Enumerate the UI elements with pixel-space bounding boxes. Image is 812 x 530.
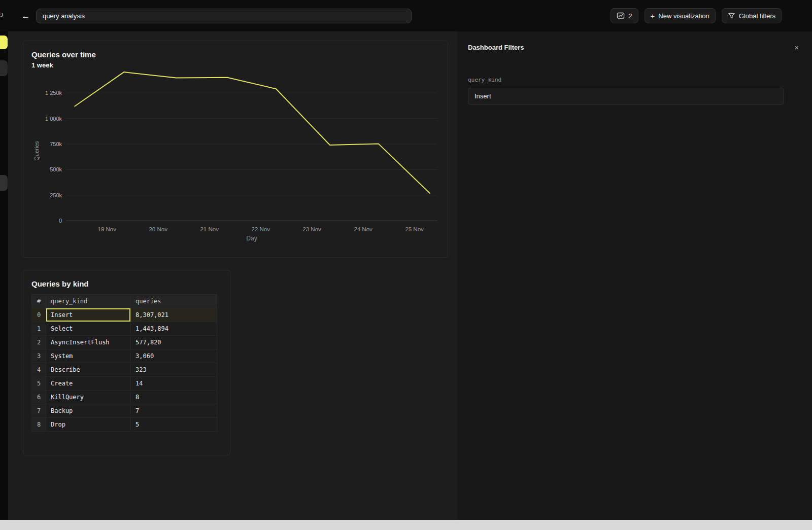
new-visualization-button[interactable]: + New visualization xyxy=(645,8,716,23)
query-kind-cell[interactable]: Create xyxy=(46,377,131,391)
queries-value-cell[interactable]: 8,307,021 xyxy=(131,308,217,322)
query-kind-cell[interactable]: Select xyxy=(46,322,131,336)
y-tick-label: 750k xyxy=(50,141,62,147)
query-kind-cell[interactable]: KillQuery xyxy=(46,391,131,404)
queries-value-cell[interactable]: 7 xyxy=(131,404,217,418)
refresh-icon[interactable]: ↻ xyxy=(0,10,4,20)
table-row: 1Select1,443,894 xyxy=(32,322,217,336)
query-kind-cell[interactable]: System xyxy=(46,349,131,363)
dashboard-canvas: Queries over time 1 week 0250k500k750k1 … xyxy=(8,31,457,520)
table-row: 7Backup7 xyxy=(32,404,217,418)
queries-value-cell[interactable]: 323 xyxy=(131,363,217,377)
row-index-cell: 2 xyxy=(32,336,46,349)
x-tick-label: 22 Nov xyxy=(251,226,270,232)
queries-value-cell[interactable]: 14 xyxy=(131,377,217,391)
row-index-cell: 8 xyxy=(32,418,46,432)
global-filters-label: Global filters xyxy=(739,12,775,20)
chart-title: Queries over time xyxy=(31,50,439,59)
dashboard-filters-panel: Dashboard Filters × query_kind xyxy=(457,31,812,520)
queries-by-kind-table: #query_kindqueries 0Insert8,307,0211Sele… xyxy=(31,294,217,432)
query-kind-filter-input[interactable] xyxy=(468,88,784,104)
x-tick-label: 20 Nov xyxy=(149,226,167,232)
left-nav-rail xyxy=(0,31,8,520)
visualization-count-button[interactable]: 2 xyxy=(611,8,638,23)
row-index-cell: 3 xyxy=(32,349,46,363)
row-index-cell: 7 xyxy=(32,404,46,418)
nav-item-active[interactable] xyxy=(0,36,8,49)
query-kind-cell[interactable]: Drop xyxy=(46,418,131,432)
table-row: 6KillQuery8 xyxy=(32,391,217,404)
y-tick-label: 0 xyxy=(59,218,62,224)
table-row: 0Insert8,307,021 xyxy=(32,308,217,322)
close-icon[interactable]: × xyxy=(794,44,799,51)
dashboard-title-input[interactable] xyxy=(36,9,412,23)
nav-item[interactable] xyxy=(0,175,8,191)
row-index-cell: 5 xyxy=(32,377,46,391)
queries-by-kind-card: Queries by kind #query_kindqueries 0Inse… xyxy=(23,270,230,455)
column-header-query-kind[interactable]: query_kind xyxy=(46,295,131,308)
plus-icon: + xyxy=(651,12,655,20)
panel-title: Dashboard Filters xyxy=(468,44,524,51)
y-tick-label: 1 000k xyxy=(45,116,62,122)
x-tick-label: 24 Nov xyxy=(354,226,373,232)
table-row: 8Drop5 xyxy=(32,418,217,432)
queries-value-cell[interactable]: 8 xyxy=(131,391,217,404)
table-title: Queries by kind xyxy=(31,279,222,288)
back-button[interactable]: ← xyxy=(19,11,32,21)
chart-subtitle: 1 week xyxy=(31,61,439,69)
filter-field: query_kind xyxy=(468,77,784,104)
new-visualization-label: New visualization xyxy=(658,12,709,20)
queries-value-cell[interactable]: 577,820 xyxy=(131,336,217,349)
x-axis-title: Day xyxy=(246,235,257,242)
query-kind-cell[interactable]: Backup xyxy=(46,404,131,418)
x-tick-label: 19 Nov xyxy=(98,226,117,232)
y-tick-label: 500k xyxy=(50,166,62,172)
topbar-actions: 2 + New visualization Global filters xyxy=(611,8,782,23)
queries-table-body: 0Insert8,307,0211Select1,443,8942AsyncIn… xyxy=(32,308,217,432)
queries-value-cell[interactable]: 1,443,894 xyxy=(131,322,217,336)
table-row: 3System3,060 xyxy=(32,349,217,363)
top-bar: ↻ ← 2 + New visualization Global filters xyxy=(0,0,812,31)
query-kind-cell[interactable]: Describe xyxy=(46,363,131,377)
queries-over-time-card: Queries over time 1 week 0250k500k750k1 … xyxy=(23,41,448,258)
table-row: 5Create14 xyxy=(32,377,217,391)
query-kind-cell[interactable]: Insert xyxy=(46,308,131,322)
filter-field-label: query_kind xyxy=(468,77,784,83)
column-header--[interactable]: # xyxy=(32,295,46,308)
chart-panel-icon xyxy=(617,12,625,20)
queries-over-time-chart: 0250k500k750k1 000k1 250k19 Nov20 Nov21 … xyxy=(31,71,441,250)
row-index-cell: 6 xyxy=(32,391,46,404)
x-tick-label: 21 Nov xyxy=(200,226,219,232)
row-index-cell: 1 xyxy=(32,322,46,336)
global-filters-button[interactable]: Global filters xyxy=(722,8,782,23)
visualization-count: 2 xyxy=(628,12,632,20)
queries-table-head-row: #query_kindqueries xyxy=(32,295,217,308)
window-bottom-edge xyxy=(0,520,812,530)
table-row: 4Describe323 xyxy=(32,363,217,377)
table-row: 2AsyncInsertFlush577,820 xyxy=(32,336,217,349)
query-kind-cell[interactable]: AsyncInsertFlush xyxy=(46,336,131,349)
y-tick-label: 250k xyxy=(50,192,62,198)
nav-item[interactable] xyxy=(0,60,8,76)
filters-panel-header: Dashboard Filters × xyxy=(457,31,812,51)
row-index-cell: 0 xyxy=(32,308,46,322)
y-tick-label: 1 250k xyxy=(45,90,62,96)
funnel-icon xyxy=(728,12,735,20)
x-tick-label: 23 Nov xyxy=(302,226,321,232)
row-index-cell: 4 xyxy=(32,363,46,377)
queries-value-cell[interactable]: 3,060 xyxy=(131,349,217,363)
y-axis-title: Queries xyxy=(33,141,40,161)
chart-line xyxy=(75,72,430,193)
column-header-queries[interactable]: queries xyxy=(131,295,217,308)
x-tick-label: 25 Nov xyxy=(405,226,424,232)
queries-value-cell[interactable]: 5 xyxy=(131,418,217,432)
